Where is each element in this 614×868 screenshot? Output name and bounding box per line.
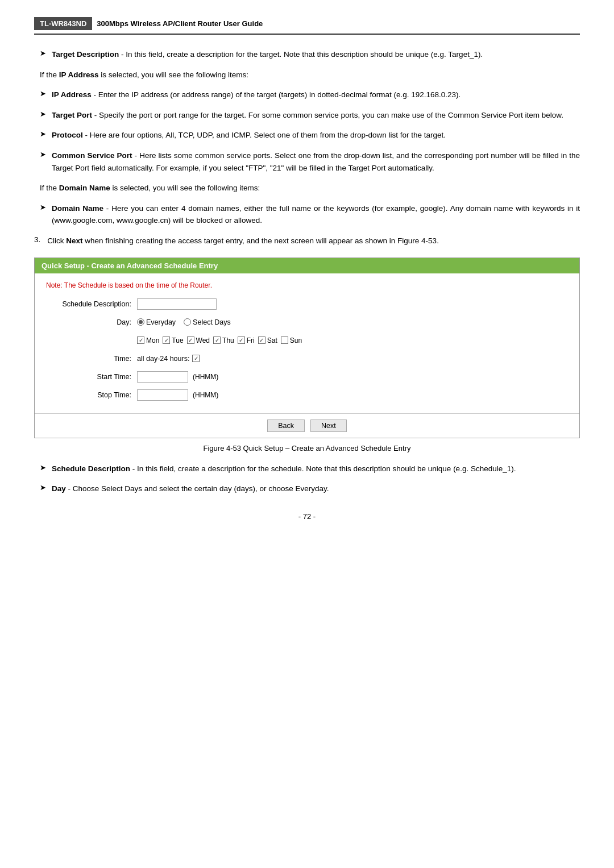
radio-select-days-circle[interactable] [184,318,191,326]
checkbox-tue[interactable]: Tue [163,337,183,344]
bullet-arrow: ➤ [40,483,46,495]
form-label-time: Time: [46,355,137,363]
bold-label: IP Address [52,90,92,99]
bold-label: Target Port [52,111,92,119]
schedule-box-footer: Back Next [35,413,579,438]
checkbox-sat-box[interactable] [258,337,265,344]
form-row-days-checkboxes: Mon Tue Wed Thu [46,334,568,347]
checkbox-sun-box[interactable] [281,337,288,344]
bold-ip-address: IP Address [59,70,99,79]
next-button[interactable]: Next [310,420,347,432]
checkbox-sat[interactable]: Sat [258,337,277,344]
form-row-day: Day: Everyday Select Days [46,315,568,329]
page-number: - 72 - [34,512,580,521]
checkbox-fri[interactable]: Fri [238,337,255,344]
bullet-target-description: ➤ Target Description - In this field, cr… [34,48,580,61]
checkbox-wed-box[interactable] [187,337,194,344]
form-row-schedule-description: Schedule Description: [46,297,568,311]
bullet-arrow: ➤ [40,89,46,101]
schedule-note: Note: The Schedule is based on the time … [46,281,568,289]
checkbox-thu-box[interactable] [213,337,221,344]
radio-select-days[interactable]: Select Days [184,318,231,326]
bullet-arrow: ➤ [40,48,46,61]
form-label-schedule-desc: Schedule Description: [46,300,137,308]
start-time-input[interactable] [137,371,188,383]
bullet-protocol: ➤ Protocol - Here are four options, All,… [34,129,580,142]
form-label-day: Day: [46,318,137,326]
checkbox-tue-label: Tue [172,337,183,344]
plain-text-1: If the IP Address is selected, you will … [34,69,580,81]
bullet-arrow: ➤ [40,109,46,122]
page-container: TL-WR843ND 300Mbps Wireless AP/Client Ro… [0,0,614,868]
numbered-text: Click Next when finishing creating the a… [47,235,580,247]
checkbox-mon[interactable]: Mon [137,337,159,344]
bold-label: Target Description [52,50,119,59]
schedule-description-input[interactable] [137,298,217,310]
bullet-text: IP Address - Enter the IP address (or ad… [52,89,580,101]
bullet-text: Protocol - Here are four options, All, T… [52,129,580,142]
header-title: 300Mbps Wireless AP/Client Router User G… [97,19,263,28]
bold-domain-name: Domain Name [59,184,110,192]
checkbox-sun[interactable]: Sun [281,337,302,344]
bullet-arrow: ➤ [40,129,46,142]
checkbox-sat-label: Sat [267,337,277,344]
bold-label: Common Service Port [52,151,132,160]
schedule-box-header: Quick Setup - Create an Advanced Schedul… [35,258,579,273]
days-row: Mon Tue Wed Thu [137,337,302,344]
bold-label: Domain Name [52,204,103,213]
all-day-text: all day-24 hours: [137,355,189,363]
stop-time-hint: (HHMM) [193,391,218,399]
checkbox-fri-label: Fri [247,337,255,344]
checkbox-mon-box[interactable] [137,337,144,344]
schedule-box: Quick Setup - Create an Advanced Schedul… [34,258,580,438]
plain-text-2: If the Domain Name is selected, you will… [34,182,580,194]
radio-everyday-label: Everyday [146,318,176,326]
all-day-checkbox[interactable] [192,355,200,362]
bullet-text: Common Service Port - Here lists some co… [52,149,580,174]
checkbox-fri-box[interactable] [238,337,245,344]
radio-everyday[interactable]: Everyday [137,318,176,326]
bullet-text: Domain Name - Here you can enter 4 domai… [52,202,580,227]
schedule-box-body: Note: The Schedule is based on the time … [35,273,579,413]
bullet-text: Target Description - In this field, crea… [52,48,580,61]
form-label-stop-time: Stop Time: [46,391,137,399]
bullet-domain-name: ➤ Domain Name - Here you can enter 4 dom… [34,202,580,227]
header-model: TL-WR843ND [34,17,92,30]
bullet-schedule-description: ➤ Schedule Description - In this field, … [34,463,580,475]
form-controls-schedule-desc[interactable] [137,298,217,310]
stop-time-input[interactable] [137,389,188,401]
form-controls-stop-time: (HHMM) [137,389,218,401]
figure-caption: Figure 4-53 Quick Setup – Create an Adva… [34,444,580,452]
checkbox-wed[interactable]: Wed [187,337,210,344]
form-row-start-time: Start Time: (HHMM) [46,370,568,384]
all-day-row: all day-24 hours: [137,355,200,363]
header-bar: TL-WR843ND 300Mbps Wireless AP/Client Ro… [34,17,580,35]
bullet-text: Target Port - Specify the port or port r… [52,109,580,122]
checkbox-thu[interactable]: Thu [213,337,234,344]
bold-next: Next [66,236,82,245]
checkbox-thu-label: Thu [222,337,234,344]
form-controls-day: Everyday Select Days [137,318,231,326]
bullet-arrow: ➤ [40,149,46,174]
bullet-day: ➤ Day - Choose Select Days and select th… [34,483,580,495]
checkbox-tue-box[interactable] [163,337,170,344]
bullet-target-port: ➤ Target Port - Specify the port or port… [34,109,580,122]
form-label-start-time: Start Time: [46,373,137,381]
radio-everyday-circle[interactable] [137,318,144,326]
bold-label: Schedule Description [52,464,130,473]
checkbox-sun-label: Sun [290,337,302,344]
bullet-arrow: ➤ [40,463,46,475]
bullet-arrow: ➤ [40,202,46,227]
checkbox-mon-label: Mon [146,337,159,344]
form-row-stop-time: Stop Time: (HHMM) [46,388,568,402]
bullet-text: Day - Choose Select Days and select the … [52,483,580,495]
radio-select-days-label: Select Days [193,318,231,326]
radio-group-day: Everyday Select Days [137,318,231,326]
form-row-time: Time: all day-24 hours: [46,352,568,366]
numbered-item-3: 3. Click Next when finishing creating th… [34,235,580,247]
numbered-num: 3. [34,235,40,247]
bullet-text: Schedule Description - In this field, cr… [52,463,580,475]
schedule-form: Schedule Description: Day: Everyday [46,297,568,402]
back-button[interactable]: Back [267,420,305,432]
checkbox-wed-label: Wed [196,337,210,344]
